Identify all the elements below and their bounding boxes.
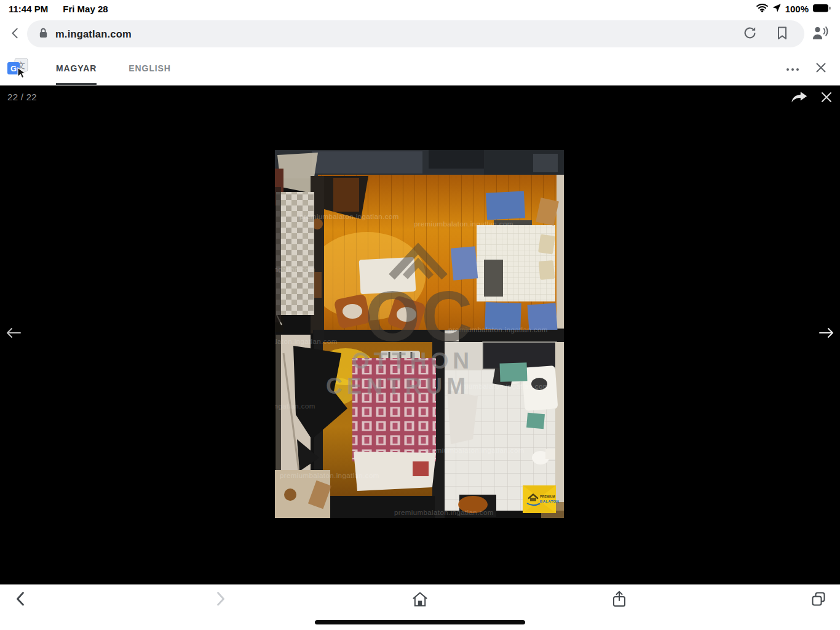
svg-text:premiumbalaton.ingatlan.com: premiumbalaton.ingatlan.com	[299, 213, 399, 220]
translate-g: G	[10, 64, 17, 73]
bookmark-icon	[777, 26, 788, 42]
tab-switcher-button[interactable]	[805, 586, 832, 613]
floor-plan-image: premiumbalaton.ingatlan.com premiumbalat…	[275, 150, 564, 518]
gallery-share-button[interactable]	[787, 86, 812, 110]
tab-magyar-label: MAGYAR	[56, 63, 97, 73]
svg-text:premiumbalaton.ingatlan.com: premiumbalaton.ingatlan.com	[394, 509, 494, 516]
battery-percent: 100%	[785, 4, 809, 14]
close-icon	[820, 90, 833, 106]
ellipsis-icon	[786, 64, 799, 73]
svg-text:BALATON: BALATON	[540, 500, 559, 503]
room-hallway	[275, 187, 314, 322]
share-curved-arrow-icon	[791, 90, 808, 106]
arrow-left-icon	[6, 327, 22, 341]
tab-english-label: ENGLISH	[129, 63, 171, 73]
svg-text:OC: OC	[365, 277, 474, 356]
translate-language-tabs: MAGYAR ENGLISH	[40, 52, 187, 85]
translate-close-button[interactable]	[809, 56, 833, 81]
bookmark-button[interactable]	[770, 20, 794, 47]
url-text: m.ingatlan.com	[55, 28, 729, 40]
battery-icon	[813, 4, 831, 14]
next-photo-button[interactable]	[814, 321, 839, 346]
share-icon	[612, 591, 627, 610]
tabs-icon	[810, 591, 826, 609]
home-icon	[411, 591, 429, 609]
floor-plan-top-wall	[275, 150, 564, 178]
svg-text:premiumbalaton.ingatlan.com: premiumbalaton.ingatlan.com	[425, 447, 525, 454]
location-icon	[772, 4, 781, 14]
tab-magyar[interactable]: MAGYAR	[40, 52, 113, 85]
home-indicator[interactable]	[315, 620, 525, 624]
status-bar: 11:44 PM Fri May 28 100%	[0, 0, 840, 16]
browser-window: 11:44 PM Fri May 28 100%	[0, 0, 840, 630]
lock-icon	[39, 28, 47, 41]
gallery-close-button[interactable]	[814, 86, 839, 110]
photo-counter: 22 / 22	[7, 92, 37, 102]
svg-text:OTTHON: OTTHON	[352, 348, 473, 373]
clock: 11:44 PM	[9, 4, 48, 14]
premium-balaton-badge: PREMIUM BALATON	[523, 485, 559, 513]
svg-text:premiumbalaton.ingatlan.com: premiumbalaton.ingatlan.com	[275, 402, 315, 410]
translate-bar: 文 G MAGYAR ENGLISH	[0, 52, 840, 86]
history-forward-button[interactable]	[207, 586, 234, 613]
google-translate-icon: 文 G	[7, 58, 30, 79]
status-date: Fri May 28	[63, 4, 108, 14]
close-icon	[815, 62, 827, 76]
person-speaking-icon	[812, 26, 828, 42]
reload-icon	[743, 26, 756, 41]
wifi-icon	[756, 3, 768, 14]
tab-english[interactable]: ENGLISH	[113, 52, 187, 85]
svg-text:PREMIUM: PREMIUM	[540, 495, 555, 498]
address-row: m.ingatlan.com	[0, 16, 840, 52]
chevron-right-icon	[213, 591, 228, 609]
gallery-photo-floor-plan[interactable]: premiumbalaton.ingatlan.com premiumbalat…	[275, 150, 564, 518]
photo-gallery-overlay: 22 / 22	[0, 86, 840, 584]
svg-text:premiumbalaton.ingatlan.com: premiumbalaton.ingatlan.com	[414, 220, 513, 228]
mouse-cursor-icon	[17, 67, 26, 81]
voice-search-button[interactable]	[804, 20, 835, 47]
chevron-left-icon	[9, 26, 22, 42]
reload-button[interactable]	[737, 20, 762, 47]
address-bar[interactable]: m.ingatlan.com	[27, 20, 804, 47]
svg-text:premiumbalaton.ingatlan.com: premiumbalaton.ingatlan.com	[275, 338, 338, 345]
translate-more-button[interactable]	[781, 56, 804, 81]
share-button[interactable]	[606, 586, 633, 613]
svg-text:CENTRUM: CENTRUM	[326, 373, 470, 399]
history-back-button[interactable]	[7, 586, 34, 613]
svg-text:premiumbalaton.ingatlan.com: premiumbalaton.ingatlan.com	[280, 472, 379, 479]
svg-text:premiumbalaton.ingatlan.com: premiumbalaton.ingatlan.com	[275, 266, 315, 273]
home-button[interactable]	[406, 586, 434, 613]
browser-back-button[interactable]	[4, 20, 27, 47]
arrow-right-icon	[818, 327, 834, 341]
previous-photo-button[interactable]	[1, 321, 26, 346]
chevron-left-icon	[14, 591, 28, 609]
